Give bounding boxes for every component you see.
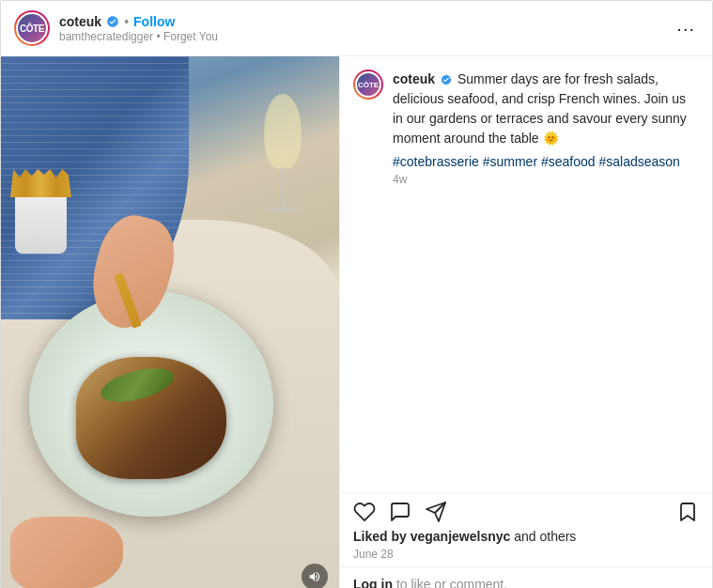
food-photo <box>1 56 339 588</box>
comment-verified-icon <box>441 74 452 85</box>
dot-separator: • <box>124 14 129 29</box>
actions-row <box>340 492 712 527</box>
comment-button[interactable] <box>389 501 411 523</box>
comment-username: coteuk <box>393 71 435 86</box>
comment-avatar-ring: CÔTE <box>353 70 383 100</box>
avatar-ring: CÔTE <box>14 10 50 46</box>
glass-stem <box>281 167 285 209</box>
comment-content: coteuk Summer days are for fresh salads,… <box>393 70 699 186</box>
post-right-panel: CÔTE coteuk Summer days are for fresh sa… <box>339 56 712 588</box>
comment-avatar: CÔTE <box>355 71 381 98</box>
header-info: coteuk • Follow bamthecratedigger • Forg… <box>59 14 673 43</box>
username-row: coteuk • Follow <box>59 14 673 29</box>
hashtags: #cotebrasserie #summer #seafood #saladse… <box>393 154 699 169</box>
username: coteuk <box>59 14 101 29</box>
comment-section: CÔTE coteuk Summer days are for fresh sa… <box>340 56 712 492</box>
caption-comment: CÔTE coteuk Summer days are for fresh sa… <box>353 70 699 186</box>
scene <box>1 56 339 588</box>
hand-bottom <box>10 517 123 588</box>
sound-toggle-button[interactable] <box>302 564 328 588</box>
comment-text: coteuk Summer days are for fresh salads,… <box>393 70 699 148</box>
like-button[interactable] <box>353 501 376 523</box>
verified-icon <box>106 15 119 28</box>
post-image <box>1 56 339 588</box>
share-button[interactable] <box>425 501 447 523</box>
avatar: CÔTE <box>16 12 48 44</box>
post-body: CÔTE coteuk Summer days are for fresh sa… <box>1 56 712 588</box>
login-suffix: to like or comment. <box>393 577 507 588</box>
post-card: CÔTE coteuk • Follow bamthecratedigger •… <box>0 0 713 588</box>
header-subtext: bamthecratedigger • Forget You <box>59 30 673 43</box>
follow-button[interactable]: Follow <box>133 14 175 29</box>
likes-row: Liked by veganjewelsnyc and others <box>340 527 712 546</box>
post-date: June 28 <box>340 546 712 566</box>
more-options-button[interactable]: ··· <box>673 14 699 43</box>
comment-timestamp: 4w <box>393 173 699 186</box>
likes-suffix: and others <box>510 529 576 544</box>
wine-glass <box>255 94 311 225</box>
hand-dipping <box>76 216 189 366</box>
glass-base <box>266 207 300 212</box>
likes-prefix: Liked by <box>353 529 411 544</box>
comment-body: Summer days are for fresh salads, delici… <box>393 71 687 146</box>
likes-user[interactable]: veganjewelsnyc <box>411 529 511 544</box>
avatar-text: CÔTE <box>20 23 44 34</box>
login-link[interactable]: Log in <box>353 577 393 588</box>
post-header: CÔTE coteuk • Follow bamthecratedigger •… <box>1 1 712 56</box>
comment-avatar-text: CÔTE <box>358 81 379 89</box>
login-bar: Log in to like or comment. <box>340 566 712 588</box>
fries-cup <box>15 188 67 254</box>
save-button[interactable] <box>676 501 699 523</box>
glass-bowl <box>264 94 302 169</box>
